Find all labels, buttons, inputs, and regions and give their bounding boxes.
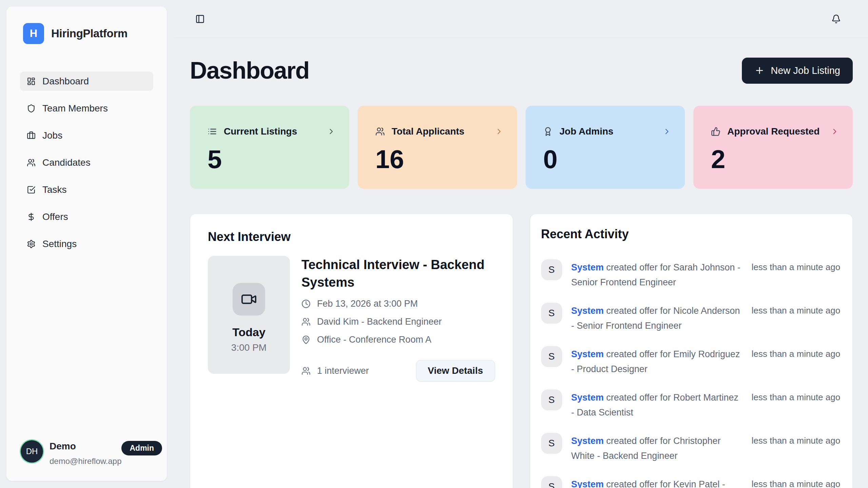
- activity-timestamp: less than a minute ago: [752, 476, 841, 488]
- new-job-listing-button[interactable]: New Job Listing: [742, 58, 853, 84]
- stat-label: Current Listings: [224, 126, 297, 137]
- chevron-right-icon: [663, 127, 671, 136]
- chevron-right-icon: [327, 127, 336, 136]
- users-icon: [375, 127, 385, 136]
- new-job-listing-label: New Job Listing: [771, 65, 840, 76]
- activity-item: S System created offer for Robert Martin…: [541, 389, 836, 420]
- activity-avatar: S: [541, 476, 562, 488]
- users-icon: [27, 158, 36, 167]
- stat-value: 16: [375, 146, 504, 172]
- sidebar-item-label: Tasks: [42, 184, 67, 195]
- gear-icon: [27, 240, 36, 248]
- activity-timestamp: less than a minute ago: [752, 303, 841, 316]
- interview-job-title: Technical Interview - Backend Systems: [301, 256, 495, 291]
- activity-avatar: S: [541, 433, 562, 454]
- plus-icon: [754, 65, 765, 76]
- stat-label: Approval Requested: [727, 126, 820, 137]
- sidebar-toggle-button[interactable]: [193, 12, 207, 26]
- activity-actor[interactable]: System: [571, 479, 604, 488]
- activity-text: System created offer for Kevin Patel - D…: [571, 476, 743, 488]
- sidebar-item-candidates[interactable]: Candidates: [20, 153, 153, 172]
- main-area: Dashboard New Job Listing Current Listin…: [167, 0, 868, 488]
- view-details-button[interactable]: View Details: [416, 360, 495, 382]
- shield-icon: [27, 104, 36, 113]
- sidebar-item-offers[interactable]: Offers: [20, 207, 153, 226]
- sidebar-item-dashboard[interactable]: Dashboard: [20, 72, 153, 91]
- interview-datetime-row: Feb 13, 2026 at 3:00 PM: [301, 299, 495, 309]
- sidebar-user-info: Demo demo@hireflow.app: [50, 440, 121, 466]
- bell-icon: [831, 14, 841, 24]
- activity-list: S System created offer for Sarah Johnson…: [541, 259, 836, 488]
- activity-avatar: S: [541, 259, 562, 280]
- interview-datetime: Feb 13, 2026 at 3:00 PM: [317, 299, 418, 309]
- activity-avatar: S: [541, 346, 562, 367]
- square-check-icon: [27, 185, 36, 194]
- activity-avatar: S: [541, 303, 562, 324]
- stat-card-approval-requested[interactable]: Approval Requested 2: [693, 106, 853, 189]
- award-icon: [543, 127, 553, 136]
- stat-label: Total Applicants: [392, 126, 465, 137]
- activity-timestamp: less than a minute ago: [752, 346, 841, 359]
- activity-item: S System created offer for Christopher W…: [541, 433, 836, 463]
- chevron-right-icon: [830, 127, 839, 136]
- stat-value: 5: [208, 146, 336, 172]
- stat-card-job-admins[interactable]: Job Admins 0: [526, 106, 685, 189]
- sidebar-user[interactable]: DH Demo demo@hireflow.app Admin: [21, 440, 153, 466]
- interview-person: David Kim - Backend Engineer: [317, 317, 442, 327]
- sidebar-nav: Dashboard Team Members Jobs Candidates T…: [20, 72, 153, 253]
- sidebar-item-settings[interactable]: Settings: [20, 234, 153, 253]
- sidebar: H HiringPlatform Dashboard Team Members …: [6, 6, 167, 481]
- activity-timestamp: less than a minute ago: [752, 433, 841, 446]
- activity-actor[interactable]: System: [571, 436, 604, 446]
- recent-activity-card: Recent Activity S System created offer f…: [530, 214, 853, 488]
- stat-value: 2: [711, 146, 839, 172]
- list-icon: [208, 127, 217, 136]
- activity-timestamp: less than a minute ago: [752, 389, 841, 403]
- user-name: Demo: [50, 441, 121, 452]
- activity-text: System created offer for Robert Martinez…: [571, 389, 743, 420]
- interviewer-count-row: 1 interviewer: [301, 366, 369, 376]
- interview-day: Today: [232, 326, 265, 339]
- interview-location-row: Office - Conference Room A: [301, 334, 495, 345]
- activity-text: System created offer for Christopher Whi…: [571, 433, 743, 463]
- stat-card-current-listings[interactable]: Current Listings 5: [190, 106, 349, 189]
- activity-item: S System created offer for Sarah Johnson…: [541, 259, 836, 290]
- users-icon: [301, 366, 311, 375]
- interview-date-panel: Today 3:00 PM: [208, 256, 290, 374]
- brand: H HiringPlatform: [6, 6, 167, 44]
- activity-actor[interactable]: System: [571, 306, 604, 316]
- sidebar-item-label: Offers: [42, 211, 68, 222]
- chevron-right-icon: [495, 127, 504, 136]
- sidebar-item-jobs[interactable]: Jobs: [20, 126, 153, 145]
- sidebar-item-label: Jobs: [42, 130, 62, 141]
- sidebar-item-label: Team Members: [42, 103, 108, 114]
- activity-actor[interactable]: System: [571, 392, 604, 403]
- activity-text: System created offer for Emily Rodriguez…: [571, 346, 743, 377]
- layout-dashboard-icon: [27, 77, 36, 86]
- next-interview-card: Next Interview Today 3:00 PM Technical I…: [190, 214, 513, 488]
- stat-card-total-applicants[interactable]: Total Applicants 16: [358, 106, 517, 189]
- sidebar-item-label: Dashboard: [42, 76, 89, 87]
- content: Dashboard New Job Listing Current Listin…: [167, 38, 868, 488]
- sidebar-item-label: Settings: [42, 239, 77, 249]
- activity-actor[interactable]: System: [571, 262, 604, 272]
- activity-text: System created offer for Nicole Anderson…: [571, 303, 743, 333]
- brand-logo: H: [23, 23, 44, 44]
- topbar: [174, 0, 868, 38]
- sidebar-item-tasks[interactable]: Tasks: [20, 180, 153, 199]
- users-icon: [301, 317, 311, 326]
- activity-item: S System created offer for Nicole Anders…: [541, 303, 836, 333]
- notifications-button[interactable]: [829, 12, 843, 26]
- next-interview-title: Next Interview: [208, 230, 495, 244]
- video-icon: [233, 283, 265, 316]
- page-title: Dashboard: [190, 57, 309, 84]
- interview-person-row: David Kim - Backend Engineer: [301, 317, 495, 327]
- avatar: DH: [21, 440, 43, 463]
- briefcase-icon: [27, 131, 36, 140]
- sidebar-item-team-members[interactable]: Team Members: [20, 99, 153, 118]
- interview-time: 3:00 PM: [231, 342, 267, 353]
- activity-actor[interactable]: System: [571, 349, 604, 359]
- activity-timestamp: less than a minute ago: [752, 259, 841, 272]
- activity-item: S System created offer for Emily Rodrigu…: [541, 346, 836, 377]
- interview-location: Office - Conference Room A: [317, 334, 431, 345]
